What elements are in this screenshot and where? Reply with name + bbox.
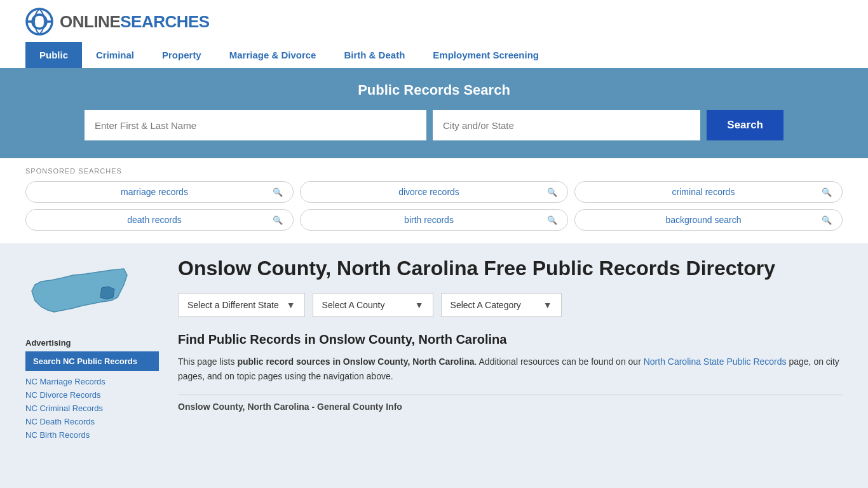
search-icon: 🔍	[547, 187, 557, 197]
sponsored-label-criminal: criminal records	[585, 187, 822, 197]
search-section-title: Public Records Search	[25, 82, 843, 98]
sponsored-grid: marriage records 🔍 divorce records 🔍 cri…	[25, 181, 843, 231]
sidebar-link-birth[interactable]: NC Birth Records	[25, 430, 90, 440]
sponsored-item-death[interactable]: death records 🔍	[25, 209, 294, 231]
nav-property[interactable]: Property	[148, 42, 215, 68]
chevron-down-icon: ▼	[543, 300, 552, 310]
nav-public[interactable]: Public	[25, 42, 82, 68]
sidebar-link-death[interactable]: NC Death Records	[25, 417, 95, 426]
logo-searches: SEARCHES	[120, 12, 209, 31]
description-bold: public record sources in Onslow County, …	[237, 356, 474, 367]
description-part2: . Additional resources can be found on o…	[475, 356, 644, 367]
sponsored-label-divorce: divorce records	[311, 187, 547, 197]
sponsored-section: SPONSORED SEARCHES marriage records 🔍 di…	[0, 158, 868, 243]
search-button[interactable]: Search	[707, 110, 783, 140]
main-nav: Public Criminal Property Marriage & Divo…	[25, 42, 843, 68]
search-icon: 🔍	[273, 187, 283, 197]
description-part1: This page lists	[178, 356, 237, 367]
nc-map-icon	[25, 256, 133, 326]
dropdowns-row: Select a Different State ▼ Select A Coun…	[178, 293, 843, 317]
description-text: This page lists public record sources in…	[178, 355, 843, 383]
logo-text: ONLINESEARCHES	[60, 12, 210, 32]
sponsored-item-criminal[interactable]: criminal records 🔍	[574, 181, 843, 203]
advertising-label: Advertising	[25, 338, 159, 348]
page-title: Onslow County, North Carolina Free Publi…	[178, 256, 843, 280]
sponsored-label-death: death records	[36, 215, 273, 225]
sidebar: Advertising Search NC Public Records NC …	[25, 256, 159, 443]
sponsored-item-background[interactable]: background search 🔍	[574, 209, 843, 231]
sponsored-label-birth: birth records	[311, 215, 547, 225]
sponsored-label-background: background search	[585, 215, 822, 225]
sidebar-link-criminal[interactable]: NC Criminal Records	[25, 403, 103, 413]
search-icon: 🔍	[822, 187, 832, 197]
logo-online: ONLINE	[60, 12, 120, 31]
right-content: Onslow County, North Carolina Free Publi…	[178, 256, 843, 443]
search-row: Search	[85, 110, 783, 140]
logo-area: ONLINESEARCHES	[25, 8, 843, 36]
sponsored-item-birth[interactable]: birth records 🔍	[300, 209, 568, 231]
sidebar-ad-active[interactable]: Search NC Public Records	[25, 351, 159, 371]
nav-birth-death[interactable]: Birth & Death	[330, 42, 419, 68]
nav-employment-screening[interactable]: Employment Screening	[419, 42, 553, 68]
location-input[interactable]	[433, 110, 700, 140]
sponsored-item-divorce[interactable]: divorce records 🔍	[300, 181, 568, 203]
state-dropdown-label: Select a Different State	[187, 300, 279, 310]
find-heading: Find Public Records in Onslow County, No…	[178, 332, 843, 347]
search-section: Public Records Search Search	[0, 68, 868, 158]
nc-state-link[interactable]: North Carolina State Public Records	[644, 356, 787, 367]
sidebar-link-marriage[interactable]: NC Marriage Records	[25, 377, 105, 386]
nav-marriage-divorce[interactable]: Marriage & Divorce	[215, 42, 330, 68]
category-dropdown[interactable]: Select A Category ▼	[441, 293, 562, 317]
sponsored-label-marriage: marriage records	[36, 187, 273, 197]
state-dropdown[interactable]: Select a Different State ▼	[178, 293, 305, 317]
header: ONLINESEARCHES Public Criminal Property …	[0, 0, 868, 68]
sidebar-links: NC Marriage Records NC Divorce Records N…	[25, 376, 159, 440]
chevron-down-icon: ▼	[287, 300, 295, 310]
search-icon: 🔍	[822, 215, 832, 225]
logo-icon	[25, 8, 53, 36]
content-divider	[178, 395, 843, 395]
sponsored-label: SPONSORED SEARCHES	[25, 167, 843, 175]
nav-criminal[interactable]: Criminal	[82, 42, 148, 68]
sponsored-item-marriage[interactable]: marriage records 🔍	[25, 181, 294, 203]
search-icon: 🔍	[273, 215, 283, 225]
category-dropdown-label: Select A Category	[451, 300, 521, 310]
county-dropdown[interactable]: Select A County ▼	[313, 293, 433, 317]
sidebar-link-divorce[interactable]: NC Divorce Records	[25, 390, 100, 400]
main-content: Advertising Search NC Public Records NC …	[0, 243, 868, 456]
search-icon: 🔍	[547, 215, 557, 225]
chevron-down-icon: ▼	[415, 300, 424, 310]
name-input[interactable]	[85, 110, 426, 140]
county-info-label: Onslow County, North Carolina - General …	[178, 402, 843, 412]
county-dropdown-label: Select A County	[322, 300, 385, 310]
